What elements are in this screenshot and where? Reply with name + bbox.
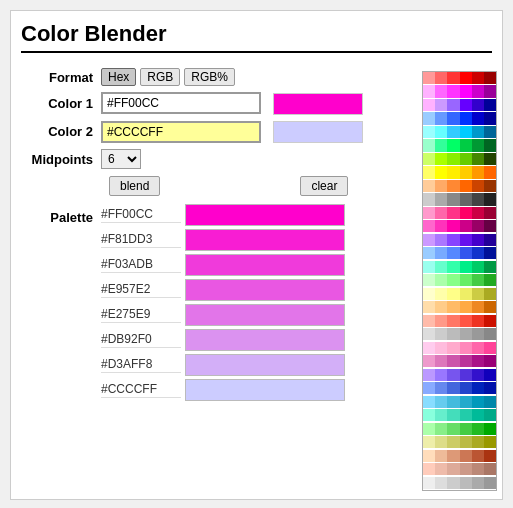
color-cell[interactable] <box>460 436 472 448</box>
color-cell[interactable] <box>460 396 472 408</box>
color-cell[interactable] <box>472 288 484 300</box>
color-cell[interactable] <box>447 301 459 313</box>
color-cell[interactable] <box>484 261 496 273</box>
color-cell[interactable] <box>447 72 459 84</box>
color-cell[interactable] <box>472 193 484 205</box>
palette-swatch[interactable] <box>185 204 345 226</box>
color-cell[interactable] <box>447 450 459 462</box>
color-cell[interactable] <box>484 355 496 367</box>
color-cell[interactable] <box>435 126 447 138</box>
color-cell[interactable] <box>447 477 459 489</box>
color-cell[interactable] <box>423 409 435 421</box>
color-cell[interactable] <box>423 85 435 97</box>
color-cell[interactable] <box>447 99 459 111</box>
color-cell[interactable] <box>484 153 496 165</box>
color-cell[interactable] <box>423 477 435 489</box>
color-cell[interactable] <box>435 288 447 300</box>
format-hex-button[interactable]: Hex <box>101 68 136 86</box>
color-cell[interactable] <box>460 369 472 381</box>
color-cell[interactable] <box>484 220 496 232</box>
color-cell[interactable] <box>484 193 496 205</box>
color-cell[interactable] <box>472 247 484 259</box>
color-cell[interactable] <box>472 180 484 192</box>
color-cell[interactable] <box>460 261 472 273</box>
color-cell[interactable] <box>460 423 472 435</box>
color-cell[interactable] <box>435 166 447 178</box>
color-cell[interactable] <box>435 342 447 354</box>
color-cell[interactable] <box>447 355 459 367</box>
color-cell[interactable] <box>472 423 484 435</box>
color-cell[interactable] <box>435 301 447 313</box>
color-cell[interactable] <box>484 139 496 151</box>
color-cell[interactable] <box>447 423 459 435</box>
color-cell[interactable] <box>423 193 435 205</box>
color-cell[interactable] <box>460 99 472 111</box>
color-cell[interactable] <box>435 234 447 246</box>
color-cell[interactable] <box>484 274 496 286</box>
color-cell[interactable] <box>484 180 496 192</box>
color-cell[interactable] <box>484 423 496 435</box>
color-cell[interactable] <box>484 207 496 219</box>
palette-swatch[interactable] <box>185 229 345 251</box>
format-rgbpct-button[interactable]: RGB% <box>184 68 235 86</box>
color-cell[interactable] <box>447 342 459 354</box>
color-cell[interactable] <box>460 234 472 246</box>
color-cell[interactable] <box>460 382 472 394</box>
color-cell[interactable] <box>484 342 496 354</box>
color-cell[interactable] <box>423 207 435 219</box>
color-cell[interactable] <box>484 112 496 124</box>
color-cell[interactable] <box>484 126 496 138</box>
color2-input[interactable] <box>101 121 261 143</box>
color-cell[interactable] <box>472 315 484 327</box>
color-cell[interactable] <box>423 139 435 151</box>
color-cell[interactable] <box>435 193 447 205</box>
color-cell[interactable] <box>460 85 472 97</box>
color-cell[interactable] <box>423 99 435 111</box>
color-cell[interactable] <box>435 112 447 124</box>
color-cell[interactable] <box>484 315 496 327</box>
color-cell[interactable] <box>460 328 472 340</box>
color-cell[interactable] <box>472 139 484 151</box>
color-cell[interactable] <box>472 261 484 273</box>
color-cell[interactable] <box>484 409 496 421</box>
color-cell[interactable] <box>484 288 496 300</box>
color-cell[interactable] <box>423 220 435 232</box>
color-cell[interactable] <box>447 153 459 165</box>
color-cell[interactable] <box>435 450 447 462</box>
color-cell[interactable] <box>472 112 484 124</box>
color-cell[interactable] <box>460 477 472 489</box>
color-cell[interactable] <box>447 328 459 340</box>
color-cell[interactable] <box>435 153 447 165</box>
color-cell[interactable] <box>435 180 447 192</box>
color-grid[interactable] <box>423 72 496 490</box>
color-cell[interactable] <box>460 193 472 205</box>
color-cell[interactable] <box>460 409 472 421</box>
palette-swatch[interactable] <box>185 329 345 351</box>
color-cell[interactable] <box>435 382 447 394</box>
color-cell[interactable] <box>423 247 435 259</box>
color-cell[interactable] <box>460 139 472 151</box>
color-cell[interactable] <box>472 166 484 178</box>
color-cell[interactable] <box>460 166 472 178</box>
color-cell[interactable] <box>423 396 435 408</box>
color-cell[interactable] <box>472 342 484 354</box>
color-cell[interactable] <box>447 112 459 124</box>
color-cell[interactable] <box>447 382 459 394</box>
color-cell[interactable] <box>472 220 484 232</box>
color-cell[interactable] <box>423 328 435 340</box>
color-cell[interactable] <box>484 463 496 475</box>
color-cell[interactable] <box>447 436 459 448</box>
color-cell[interactable] <box>484 396 496 408</box>
color-cell[interactable] <box>472 382 484 394</box>
color-cell[interactable] <box>435 477 447 489</box>
color-cell[interactable] <box>423 423 435 435</box>
color-cell[interactable] <box>435 355 447 367</box>
color-cell[interactable] <box>447 166 459 178</box>
color-cell[interactable] <box>484 85 496 97</box>
color-cell[interactable] <box>460 247 472 259</box>
color-cell[interactable] <box>447 234 459 246</box>
color1-input[interactable] <box>101 92 261 114</box>
color-cell[interactable] <box>423 369 435 381</box>
palette-swatch[interactable] <box>185 354 345 376</box>
color-cell[interactable] <box>460 112 472 124</box>
